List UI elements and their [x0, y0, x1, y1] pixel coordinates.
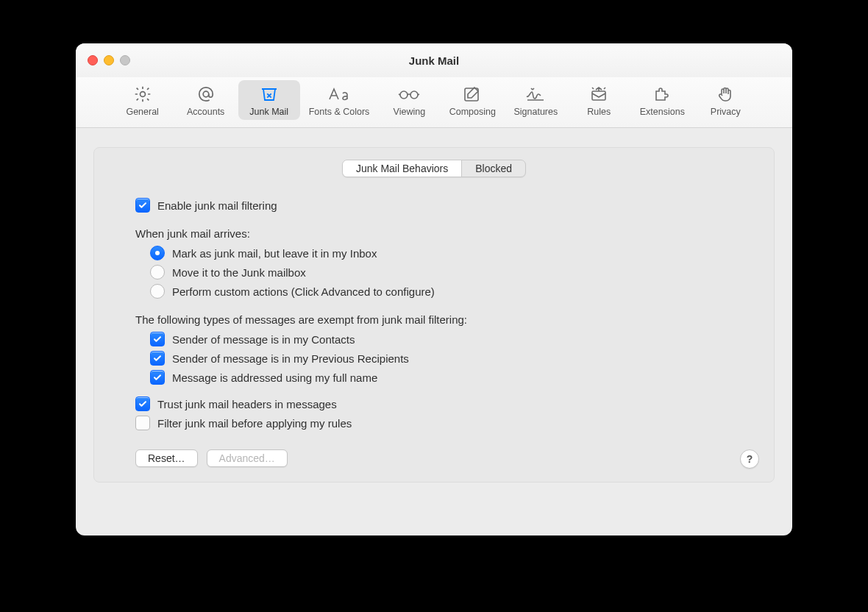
tab-label: Accounts: [187, 107, 224, 117]
svg-point-2: [400, 91, 408, 99]
exempt-option-label: Sender of message is in my Previous Reci…: [172, 352, 409, 365]
junk-mail-panel: Junk Mail Behaviors Blocked Enable junk …: [93, 147, 775, 483]
preferences-window: Junk Mail General: [76, 43, 792, 536]
junk-subsection-segmented: Junk Mail Behaviors Blocked: [342, 160, 526, 177]
tab-label: Fonts & Colors: [309, 107, 370, 117]
tab-label: Privacy: [711, 107, 741, 117]
glasses-icon: [397, 85, 421, 104]
window-title: Junk Mail: [409, 54, 459, 67]
svg-rect-5: [592, 91, 605, 100]
trust-headers-label: Trust junk mail headers in messages: [157, 398, 337, 410]
arrives-option-label: Move it to the Junk mailbox: [172, 266, 306, 279]
compose-icon: [463, 85, 482, 104]
svg-point-0: [140, 92, 145, 97]
tab-general[interactable]: General: [112, 80, 174, 120]
tab-privacy[interactable]: Privacy: [694, 80, 756, 120]
advanced-button[interactable]: Advanced…: [207, 449, 288, 467]
tab-label: Viewing: [394, 107, 426, 117]
zoom-window-button[interactable]: [120, 55, 130, 65]
exempt-contacts-checkbox[interactable]: [150, 332, 165, 346]
exempt-option-label: Message is addressed using my full name: [172, 371, 377, 384]
tab-extensions[interactable]: Extensions: [631, 80, 693, 120]
hand-icon: [716, 85, 734, 104]
tab-rules[interactable]: Rules: [568, 80, 630, 120]
close-window-button[interactable]: [88, 55, 98, 65]
arrives-option-label: Perform custom actions (Click Advanced t…: [172, 285, 435, 298]
window-controls: [88, 55, 130, 65]
tab-label: General: [126, 107, 158, 117]
minimize-window-button[interactable]: [104, 55, 114, 65]
tab-viewing[interactable]: Viewing: [378, 80, 440, 120]
titlebar: Junk Mail: [76, 43, 792, 77]
tab-junk-mail[interactable]: Junk Mail: [238, 80, 300, 120]
enable-junk-filtering-label: Enable junk mail filtering: [157, 199, 277, 212]
tab-label: Junk Mail: [249, 107, 288, 117]
tab-label: Composing: [449, 107, 496, 117]
exempt-previous-recipients-checkbox[interactable]: [150, 351, 165, 366]
filter-before-rules-checkbox[interactable]: [135, 416, 150, 430]
trust-headers-checkbox[interactable]: [135, 396, 150, 411]
tab-signatures[interactable]: Signatures: [505, 80, 566, 120]
when-junk-arrives-heading: When junk mail arrives:: [135, 227, 733, 240]
svg-point-1: [203, 91, 209, 97]
tab-label: Extensions: [640, 107, 685, 117]
arrives-option-move-radio[interactable]: [150, 265, 165, 280]
gear-icon: [133, 85, 152, 104]
rules-icon: [588, 85, 609, 104]
arrives-option-label: Mark as junk mail, but leave it in my In…: [172, 247, 377, 260]
segment-behaviors[interactable]: Junk Mail Behaviors: [343, 160, 462, 177]
help-button[interactable]: ?: [740, 449, 759, 469]
filter-before-rules-label: Filter junk mail before applying my rule…: [157, 417, 352, 430]
svg-point-3: [410, 91, 418, 99]
tab-fonts-colors[interactable]: Fonts & Colors: [302, 80, 377, 120]
signature-icon: [524, 85, 547, 104]
enable-junk-filtering-checkbox[interactable]: [135, 198, 150, 213]
junk-bin-icon: [259, 85, 280, 104]
exempt-option-label: Sender of message is in my Contacts: [172, 333, 355, 346]
segment-blocked[interactable]: Blocked: [462, 160, 525, 177]
tab-label: Signatures: [513, 107, 558, 117]
fonts-icon: [327, 85, 351, 104]
tab-composing[interactable]: Composing: [441, 80, 503, 120]
puzzle-icon: [652, 85, 672, 104]
exempt-full-name-checkbox[interactable]: [150, 370, 165, 385]
reset-button[interactable]: Reset…: [135, 449, 198, 467]
arrives-option-mark-radio[interactable]: [150, 246, 165, 260]
preferences-toolbar: General Accounts: [76, 77, 792, 128]
tab-accounts[interactable]: Accounts: [175, 80, 237, 120]
exempt-heading: The following types of messages are exem…: [135, 313, 733, 326]
tab-label: Rules: [587, 107, 611, 117]
arrives-option-custom-radio[interactable]: [150, 284, 165, 299]
at-icon: [196, 85, 216, 104]
